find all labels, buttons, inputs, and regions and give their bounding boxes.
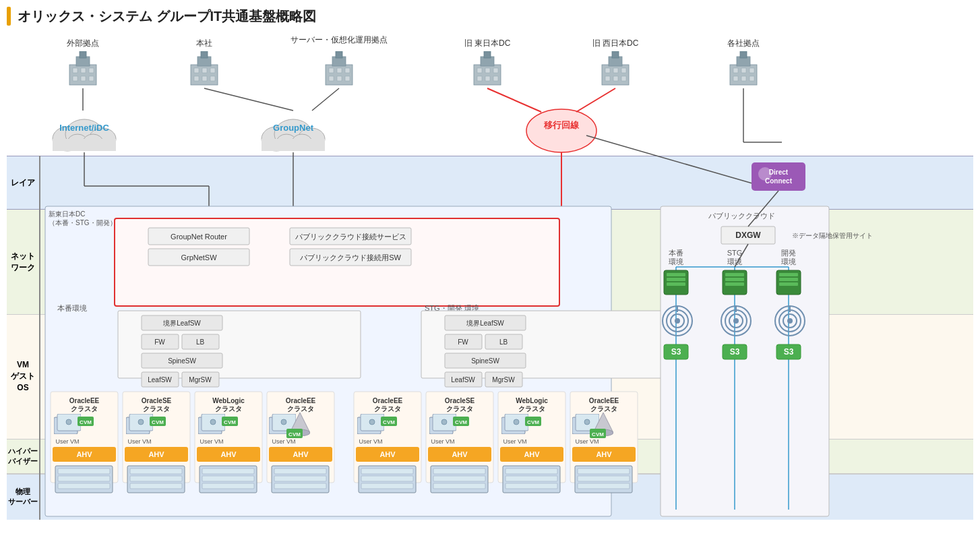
cloud-migration-label: 移行回線: [543, 120, 580, 130]
svg-rect-60: [725, 282, 744, 286]
svg-rect-35: [130, 483, 182, 489]
svg-rect-41: [274, 483, 326, 489]
svg-rect-34: [130, 476, 182, 481]
svg-rect-46: [433, 476, 485, 481]
svg-rect-59: [725, 278, 744, 281]
line-honsha-groupnet: [204, 88, 293, 111]
public-cloud-service-label: パブリッククラウド接続サービス: [295, 233, 406, 241]
layer-label-physical: 物理サーバー: [7, 474, 40, 520]
pc-dev-label: 開発: [781, 249, 796, 257]
honban-c2-ahv-label: AHV: [148, 450, 164, 458]
line-old-west-migration: [576, 88, 615, 112]
honban-c4-ahv-label: AHV: [293, 450, 309, 458]
svg-rect-38: [202, 483, 254, 489]
svg-rect-57: [667, 282, 685, 286]
layer-label-network: ネットワーク: [7, 210, 40, 314]
groupnet-router-label: GroupNet Router: [171, 233, 227, 241]
honban-c3-cvm-label: CVM: [224, 419, 236, 425]
stg-c4-title2: クラスタ: [590, 405, 617, 413]
pc-honban-label2: 環境: [669, 257, 683, 266]
honban-c3-title2: クラスタ: [215, 405, 242, 413]
svg-rect-56: [667, 278, 685, 281]
layer-label-vm: VMゲストOS: [7, 314, 40, 439]
svg-rect-55: [667, 273, 685, 276]
stg-c2-title2: クラスタ: [446, 405, 473, 413]
stg-fw-label: FW: [458, 338, 468, 346]
pc-honban-label: 本番: [669, 249, 683, 257]
location-label-honsha: 本社: [196, 38, 212, 48]
line-server-groupnet: [312, 88, 339, 111]
stg-mgrsw-label: MgrSW: [492, 376, 515, 384]
stg-c3-title1: WebLogic: [516, 397, 548, 404]
honban-c2-uservm: User VM: [127, 438, 151, 445]
diagram-svg: 外部拠点 本社 サーバー・仮想化運用拠点 旧 東日本DC 旧 西日本DC 各社拠…: [7, 31, 980, 540]
stg-c4-uservm: User VM: [575, 438, 599, 445]
direct-connect-label-2: Connect: [765, 177, 793, 185]
stg-c2-title1: OracleSE: [445, 397, 475, 404]
stg-c2-cvm-label: CVM: [455, 419, 467, 425]
public-cloud-box: [661, 206, 829, 516]
layer-label-hypervisor: ハイパーバイザー: [7, 439, 40, 474]
honban-c1-uservm: User VM: [55, 438, 79, 445]
svg-rect-42: [361, 468, 413, 474]
line-migration-dc: [586, 135, 762, 186]
honban-c4-title2: クラスタ: [287, 405, 314, 413]
svg-rect-30: [58, 468, 110, 474]
svg-rect-52: [578, 476, 630, 481]
honban-c1-title1: OracleEE: [69, 397, 100, 404]
honban-c4-cvm-label: CVM: [288, 431, 301, 437]
honban-c1-cvm-label: CVM: [80, 419, 92, 425]
svg-rect-33: [130, 468, 182, 474]
direct-connect-label-1: Direct: [769, 169, 789, 176]
honban-c2-title2: クラスタ: [143, 405, 170, 413]
honban-c4-title1: OracleEE: [286, 397, 316, 404]
new-east-dc-label: 新東日本DC: [49, 210, 85, 218]
honban-c3-uservm: User VM: [200, 438, 223, 445]
stg-c4-cvm-label: CVM: [592, 431, 604, 437]
stg-c2-uservm: User VM: [431, 438, 454, 445]
svg-rect-39: [274, 468, 326, 474]
svg-rect-31: [58, 476, 110, 481]
stg-c2-ahv-label: AHV: [452, 450, 468, 458]
pc-honban-s3-label: S3: [671, 347, 681, 357]
honban-c2-cvm-label: CVM: [152, 419, 164, 425]
svg-rect-49: [506, 476, 557, 481]
public-cloud-sw-label: パブリッククラウド接続用SW: [299, 253, 401, 262]
dxgw-label: DXGW: [735, 231, 761, 240]
location-label-each: 各社拠点: [727, 38, 760, 48]
line-old-east-migration: [487, 88, 541, 112]
title-accent: [7, 7, 11, 26]
pc-dev-label2: 環境: [781, 257, 796, 266]
svg-rect-37: [202, 476, 254, 481]
honban-lb-label: LB: [196, 338, 205, 346]
public-cloud-area-label: パブリッククラウド: [708, 212, 775, 220]
svg-rect-45: [433, 468, 485, 474]
location-label-server: サーバー・仮想化運用拠点: [290, 35, 388, 44]
location-label-old-east: 旧 東日本DC: [464, 38, 511, 48]
honban-mgrsw-label: MgrSW: [189, 376, 212, 384]
svg-rect-58: [725, 273, 744, 276]
stg-c3-ahv-label: AHV: [524, 450, 540, 458]
location-label-old-west: 旧 西日本DC: [592, 38, 639, 48]
svg-point-29: [526, 109, 596, 152]
stg-leaf-label: LeafSW: [451, 376, 475, 384]
honban-leaf-label: LeafSW: [148, 376, 172, 384]
stg-spinesw-label: SpineSW: [471, 357, 499, 365]
svg-rect-43: [361, 476, 413, 481]
pc-stg-s3-label: S3: [730, 347, 740, 357]
honban-c3-title1: WebLogic: [212, 397, 245, 404]
honban-spinesw-label: SpineSW: [168, 357, 196, 365]
stg-c3-uservm: User VM: [503, 438, 526, 445]
stg-c1-title1: OracleEE: [373, 397, 403, 404]
svg-rect-61: [779, 273, 798, 276]
svg-rect-63: [779, 282, 798, 286]
svg-rect-48: [506, 468, 557, 474]
honban-c3-ahv-label: AHV: [220, 450, 237, 458]
main-container: オリックス・システム グループIT共通基盤概略図 レイア ネットワーク VMゲス…: [0, 0, 980, 546]
svg-rect-62: [779, 278, 798, 281]
data-isolation-note: ※データ隔地保管用サイト: [792, 232, 873, 239]
pc-dev-s3-label: S3: [784, 347, 794, 357]
stg-c1-title2: クラスタ: [374, 405, 401, 413]
svg-rect-32: [58, 483, 110, 489]
honban-c4-uservm: User VM: [272, 438, 295, 445]
